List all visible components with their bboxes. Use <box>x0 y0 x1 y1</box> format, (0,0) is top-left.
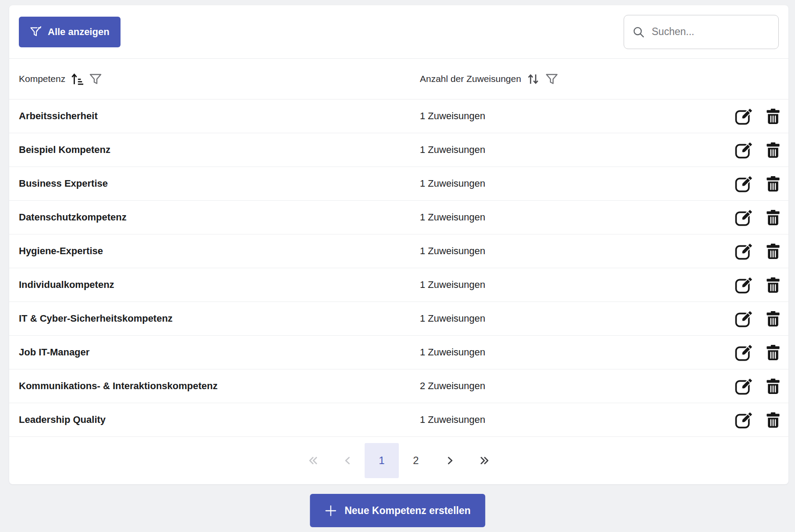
filter-slash-icon <box>30 26 42 37</box>
delete-button[interactable] <box>766 176 780 192</box>
last-page-button[interactable] <box>467 443 501 478</box>
edit-icon <box>735 107 753 125</box>
competency-name: IT & Cyber-Sicherheitskompetenz <box>19 313 420 324</box>
create-competency-label: Neue Kompetenz erstellen <box>344 505 471 517</box>
table-row: Business Expertise 1 Zuweisungen <box>9 167 788 201</box>
page-button-2[interactable]: 2 <box>399 443 433 478</box>
chevron-left-icon <box>343 456 352 465</box>
competency-name: Business Expertise <box>19 178 420 189</box>
delete-button[interactable] <box>766 378 780 394</box>
edit-button[interactable] <box>735 276 753 294</box>
column-label-zuweisungen: Anzahl der Zuweisungen <box>420 74 521 84</box>
delete-button[interactable] <box>766 243 780 259</box>
filter-funnel-icon[interactable] <box>89 73 102 85</box>
search-icon <box>632 26 644 38</box>
trash-icon <box>766 108 780 124</box>
first-page-button[interactable] <box>296 443 330 478</box>
delete-button[interactable] <box>766 277 780 293</box>
delete-button[interactable] <box>766 412 780 428</box>
assignment-count: 1 Zuweisungen <box>420 144 735 156</box>
edit-icon <box>735 310 753 328</box>
edit-button[interactable] <box>735 242 753 260</box>
trash-icon <box>766 209 780 225</box>
table-body: Arbeitssicherheit 1 Zuweisungen Beispiel… <box>9 99 788 437</box>
delete-button[interactable] <box>766 108 780 124</box>
edit-icon <box>735 209 753 227</box>
sort-up-down-icon[interactable] <box>527 73 539 85</box>
table-row: Hygiene-Expertise 1 Zuweisungen <box>9 234 788 268</box>
table-row: IT & Cyber-Sicherheitskompetenz 1 Zuweis… <box>9 302 788 336</box>
edit-button[interactable] <box>735 175 753 193</box>
search-input[interactable] <box>651 25 770 38</box>
assignment-count: 1 Zuweisungen <box>420 347 735 358</box>
edit-icon <box>735 276 753 294</box>
table-row: Job IT-Manager 1 Zuweisungen <box>9 336 788 369</box>
double-chevron-right-icon <box>479 456 490 465</box>
table-row: Beispiel Kompetenz 1 Zuweisungen <box>9 133 788 167</box>
column-label-kompetenz: Kompetenz <box>19 74 65 84</box>
trash-icon <box>766 142 780 158</box>
edit-button[interactable] <box>735 377 753 395</box>
delete-button[interactable] <box>766 311 780 326</box>
assignment-count: 1 Zuweisungen <box>420 110 735 122</box>
edit-icon <box>735 344 753 362</box>
competency-name: Arbeitssicherheit <box>19 110 420 122</box>
competency-name: Datenschutzkompetenz <box>19 212 420 223</box>
assignment-count: 1 Zuweisungen <box>420 313 735 324</box>
delete-button[interactable] <box>766 209 780 225</box>
table-row: Individualkompetenz 1 Zuweisungen <box>9 268 788 302</box>
assignment-count: 1 Zuweisungen <box>420 178 735 189</box>
trash-icon <box>766 412 780 428</box>
create-competency-button[interactable]: Neue Kompetenz erstellen <box>310 494 485 527</box>
edit-icon <box>735 242 753 260</box>
trash-icon <box>766 277 780 293</box>
edit-icon <box>735 175 753 193</box>
sort-amount-up-icon[interactable] <box>71 73 83 85</box>
delete-button[interactable] <box>766 142 780 158</box>
assignment-count: 1 Zuweisungen <box>420 279 735 291</box>
edit-button[interactable] <box>735 141 753 159</box>
competency-name: Leadership Quality <box>19 414 420 426</box>
competency-name: Job IT-Manager <box>19 347 420 358</box>
prev-page-button[interactable] <box>330 443 365 478</box>
show-all-filter-button[interactable]: Alle anzeigen <box>19 17 121 47</box>
table-row: Leadership Quality 1 Zuweisungen <box>9 403 788 437</box>
competency-name: Individualkompetenz <box>19 279 420 291</box>
edit-icon <box>735 141 753 159</box>
edit-button[interactable] <box>735 310 753 328</box>
trash-icon <box>766 243 780 259</box>
edit-button[interactable] <box>735 209 753 227</box>
trash-icon <box>766 176 780 192</box>
assignment-count: 1 Zuweisungen <box>420 245 735 257</box>
edit-button[interactable] <box>735 411 753 429</box>
competency-table-card: Alle anzeigen Kompetenz Anzahl der Zuwei… <box>9 5 788 484</box>
assignment-count: 1 Zuweisungen <box>420 212 735 223</box>
toolbar: Alle anzeigen <box>9 5 788 59</box>
trash-icon <box>766 378 780 394</box>
next-page-button[interactable] <box>433 443 467 478</box>
trash-icon <box>766 311 780 326</box>
page-button-1[interactable]: 1 <box>365 443 399 478</box>
competency-name: Beispiel Kompetenz <box>19 144 420 156</box>
delete-button[interactable] <box>766 344 780 360</box>
chevron-right-icon <box>446 456 454 465</box>
trash-icon <box>766 344 780 360</box>
edit-icon <box>735 377 753 395</box>
competency-name: Kommunikations- & Interaktionskompetenz <box>19 380 420 392</box>
table-row: Kommunikations- & Interaktionskompetenz … <box>9 369 788 403</box>
competency-name: Hygiene-Expertise <box>19 245 420 257</box>
table-row: Datenschutzkompetenz 1 Zuweisungen <box>9 201 788 234</box>
edit-button[interactable] <box>735 107 753 125</box>
table-header: Kompetenz Anzahl der Zuweisungen <box>9 59 788 99</box>
search-box <box>624 15 779 49</box>
double-chevron-left-icon <box>308 456 319 465</box>
filter-funnel-icon[interactable] <box>545 73 558 85</box>
edit-icon <box>735 411 753 429</box>
show-all-filter-label: Alle anzeigen <box>48 26 110 38</box>
assignment-count: 1 Zuweisungen <box>420 414 735 426</box>
pagination: 1 2 <box>9 437 788 484</box>
plus-icon <box>324 504 337 517</box>
edit-button[interactable] <box>735 344 753 362</box>
table-row: Arbeitssicherheit 1 Zuweisungen <box>9 99 788 133</box>
assignment-count: 2 Zuweisungen <box>420 380 735 392</box>
